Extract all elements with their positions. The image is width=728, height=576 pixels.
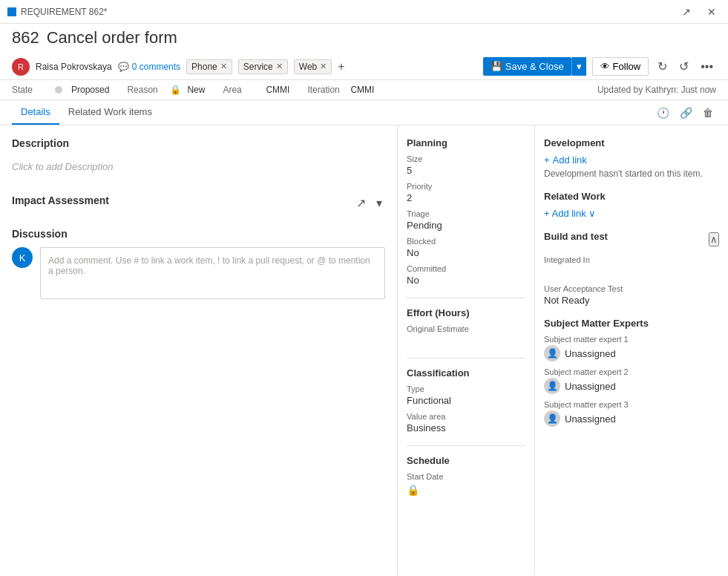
comments-label: 0 comments (132, 62, 180, 72)
blocked-value[interactable]: No (407, 247, 525, 258)
history-icon-button[interactable]: 🕐 (654, 104, 672, 122)
sme-2-icon: 👤 (544, 378, 560, 394)
state-value[interactable]: Proposed (71, 85, 109, 95)
tag-web-close[interactable]: ✕ (320, 62, 327, 71)
add-link-related-button[interactable]: + Add link ∨ (544, 208, 596, 219)
committed-label: Committed (407, 264, 525, 273)
reason-value[interactable]: New (187, 85, 205, 95)
schedule-title: Schedule (407, 455, 525, 466)
development-section: Development + Add link Development hasn'… (544, 137, 719, 179)
integrated-in-value (544, 266, 719, 277)
save-dropdown-button[interactable]: ▾ (571, 57, 586, 76)
more-button[interactable]: ••• (698, 57, 716, 76)
type-label: Type (407, 384, 525, 393)
sme-2-value[interactable]: Unassigned (565, 381, 616, 392)
build-test-header: Build and test ∧ (544, 231, 719, 248)
sme-2-item: 👤 Unassigned (544, 378, 719, 394)
save-icon: 💾 (491, 61, 502, 72)
minimize-button[interactable]: ↗ (678, 4, 695, 19)
tab-related-work-items[interactable]: Related Work items (59, 100, 161, 125)
work-item-title: 862 Cancel order form (12, 28, 716, 48)
tag-service-close[interactable]: ✕ (276, 62, 283, 71)
follow-button[interactable]: 👁 Follow (592, 57, 649, 76)
description-placeholder[interactable]: Click to add Description (12, 155, 385, 178)
classification-divider (407, 445, 525, 446)
sme-1-item: 👤 Unassigned (544, 345, 719, 361)
original-estimate-value[interactable] (407, 335, 525, 346)
type-value[interactable]: Functional (407, 395, 525, 406)
expand-icon[interactable]: ↗ (353, 193, 369, 213)
effort-title: Effort (Hours) (407, 307, 525, 318)
blocked-label: Blocked (407, 237, 525, 246)
size-label: Size (407, 154, 525, 163)
user-acceptance-value[interactable]: Not Ready (544, 295, 719, 306)
collapse-section-icon[interactable]: ▾ (373, 193, 385, 213)
delete-icon-button[interactable]: 🗑 (700, 104, 716, 122)
user-name: Raisa Pokrovskaya (36, 62, 112, 72)
impact-assessment-title: Impact Assessment (12, 194, 109, 206)
planning-section: Planning Size 5 Priority 2 Triage Pendin… (407, 137, 525, 286)
sme-section: Subject Matter Experts Subject matter ex… (544, 318, 719, 427)
iteration-value[interactable]: CMMI (350, 85, 374, 95)
comments-button[interactable]: 💬 0 comments (118, 62, 180, 72)
user-acceptance-label: User Acceptance Test (544, 284, 719, 293)
undo-button[interactable]: ↺ (676, 56, 692, 76)
work-item-icon (7, 7, 16, 16)
tag-phone-close[interactable]: ✕ (220, 62, 227, 71)
updated-text: Updated by Kathryn: Just now (597, 85, 716, 95)
sme-1-label: Subject matter expert 1 (544, 335, 719, 344)
impact-icons: ↗ ▾ (353, 193, 385, 213)
header: 862 Cancel order form (0, 24, 728, 48)
close-button[interactable]: ✕ (703, 4, 721, 19)
value-area-label: Value area (407, 412, 525, 421)
size-value[interactable]: 5 (407, 165, 525, 176)
sme-1-value[interactable]: Unassigned (565, 348, 616, 359)
tab-actions: 🕐 🔗 🗑 (654, 104, 716, 122)
sme-3-value[interactable]: Unassigned (565, 413, 616, 425)
build-test-collapse-button[interactable]: ∧ (709, 232, 719, 246)
priority-label: Priority (407, 182, 525, 191)
triage-label: Triage (407, 209, 525, 218)
work-item-number: 862 (12, 28, 39, 48)
toolbar: R Raisa Pokrovskaya 💬 0 comments Phone ✕… (0, 53, 728, 80)
schedule-section: Schedule Start Date 🔒 (407, 455, 525, 496)
state-field: State Proposed (12, 85, 109, 95)
refresh-button[interactable]: ↻ (655, 56, 670, 76)
reason-field: Reason 🔒 New (127, 85, 205, 95)
description-title: Description (12, 137, 385, 149)
planning-divider (407, 298, 525, 298)
comment-icon: 💬 (118, 62, 129, 72)
sme-3-item: 👤 Unassigned (544, 410, 719, 427)
area-value[interactable]: CMMI (266, 85, 289, 95)
triage-value[interactable]: Pending (407, 220, 525, 231)
add-tag-button[interactable]: + (338, 60, 344, 73)
plus-icon: + (544, 154, 550, 166)
sme-3-icon: 👤 (544, 410, 560, 427)
priority-value[interactable]: 2 (407, 192, 525, 203)
sme-1-icon: 👤 (544, 345, 560, 361)
sme-3-label: Subject matter expert 3 (544, 400, 719, 409)
title-bar-left: REQUIREMENT 862* (7, 7, 107, 17)
start-date-label: Start Date (407, 472, 525, 481)
start-date-icon: 🔒 (407, 484, 525, 496)
committed-value[interactable]: No (407, 275, 525, 286)
tag-web: Web ✕ (294, 59, 332, 74)
value-area-value[interactable]: Business (407, 422, 525, 433)
work-item-name: Cancel order form (47, 28, 177, 48)
middle-panel: Planning Size 5 Priority 2 Triage Pendin… (398, 125, 535, 575)
classification-title: Classification (407, 367, 525, 379)
tag-phone: Phone ✕ (186, 59, 232, 74)
area-field: Area CMMI (223, 85, 289, 95)
content-area: Description Click to add Description Imp… (0, 125, 728, 575)
comment-box[interactable]: Add a comment. Use # to link a work item… (40, 247, 385, 299)
link-icon-button[interactable]: 🔗 (677, 104, 695, 122)
meta-row: State Proposed Reason 🔒 New Area CMMI It… (0, 80, 728, 100)
add-link-development-button[interactable]: + Add link (544, 154, 587, 166)
tab-details[interactable]: Details (12, 100, 59, 125)
iteration-field: Iteration CMMI (307, 85, 374, 95)
title-bar-label: REQUIREMENT 862* (21, 7, 107, 17)
save-close-button[interactable]: 💾 Save & Close (483, 57, 571, 76)
integrated-in-label: Integrated In (544, 255, 719, 264)
comment-avatar: K (12, 247, 33, 268)
development-title: Development (544, 137, 719, 148)
